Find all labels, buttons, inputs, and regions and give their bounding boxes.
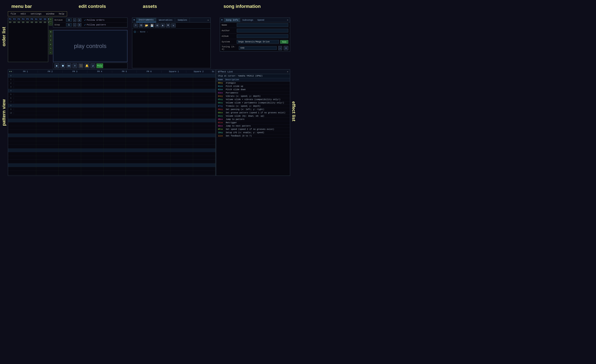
list-item[interactable]: 09xxSet groove pattern (speed 1 if no gr… <box>216 111 290 115</box>
poly-button[interactable]: Poly <box>97 64 103 68</box>
list-item[interactable]: 0FxxSet speed (speed 2 if no grooves exi… <box>216 128 290 131</box>
pattern-cell[interactable] <box>104 81 126 85</box>
pattern-row[interactable]: 4 <box>8 89 216 93</box>
pattern-cell[interactable] <box>59 163 81 167</box>
pattern-row[interactable]: 8 <box>8 104 216 108</box>
pattern-cell[interactable] <box>36 152 59 156</box>
move-down-button[interactable]: ▼ <box>166 23 170 28</box>
pattern-cell[interactable] <box>126 160 148 163</box>
pattern-cell[interactable] <box>171 89 193 93</box>
pattern-cell[interactable] <box>59 78 81 81</box>
pattern-row[interactable]: 1 <box>8 78 216 81</box>
pattern-cell[interactable] <box>59 104 81 108</box>
pattern-row[interactable] <box>8 175 216 176</box>
pattern-row[interactable]: 10 <box>8 111 216 115</box>
pattern-cell[interactable] <box>104 78 126 81</box>
pattern-cell[interactable] <box>81 96 104 100</box>
pattern-cell[interactable] <box>59 171 81 175</box>
pattern-cell[interactable] <box>148 137 171 141</box>
pattern-cell[interactable] <box>59 89 81 93</box>
pattern-cell[interactable] <box>148 89 171 93</box>
name-input[interactable] <box>237 23 288 27</box>
pattern-cell[interactable] <box>171 119 193 123</box>
pattern-cell[interactable] <box>193 167 216 171</box>
pattern-cell[interactable] <box>193 141 216 145</box>
pattern-cell[interactable] <box>59 141 81 145</box>
pattern-cell[interactable] <box>171 148 193 152</box>
album-input[interactable] <box>237 34 288 38</box>
pattern-cell[interactable] <box>14 123 36 126</box>
pattern-cell[interactable] <box>104 123 126 126</box>
pattern-cell[interactable] <box>81 134 104 137</box>
pattern-cell[interactable] <box>81 108 104 111</box>
pattern-cell[interactable] <box>36 111 59 115</box>
pattern-cell[interactable] <box>14 111 36 115</box>
effect-list-close-button[interactable]: ✕ <box>287 70 288 73</box>
pattern-cell[interactable] <box>148 160 171 163</box>
menu-settings[interactable]: settings <box>30 12 42 15</box>
pattern-cell[interactable] <box>14 167 36 171</box>
list-item[interactable]: 0CxxRetrigger <box>216 121 290 124</box>
pattern-cell[interactable] <box>148 156 171 160</box>
pattern-cell[interactable] <box>59 74 81 78</box>
octave-plus-button[interactable]: + <box>78 18 81 22</box>
pattern-cell[interactable] <box>148 111 171 115</box>
pattern-cell[interactable] <box>104 96 126 100</box>
pattern-cell[interactable] <box>148 123 171 126</box>
pattern-cell[interactable] <box>148 126 171 130</box>
pattern-cell[interactable] <box>126 141 148 145</box>
pattern-cell[interactable] <box>148 152 171 156</box>
pattern-cell[interactable] <box>126 96 148 100</box>
step-down-button[interactable]: ⬇ <box>72 64 77 68</box>
pattern-cell[interactable] <box>36 163 59 167</box>
pattern-cell[interactable] <box>193 111 216 115</box>
pattern-cell[interactable] <box>148 163 171 167</box>
pattern-cell[interactable] <box>36 160 59 163</box>
pattern-cell[interactable] <box>171 93 193 96</box>
pattern-cell[interactable] <box>126 119 148 123</box>
pattern-cell[interactable] <box>193 126 216 130</box>
pattern-cell[interactable] <box>104 93 126 96</box>
step-minus-button[interactable]: - <box>73 23 76 27</box>
tab-samples[interactable]: Samples <box>175 18 190 22</box>
menu-edit[interactable]: edit <box>20 12 27 15</box>
pattern-row[interactable] <box>8 126 216 130</box>
list-item[interactable]: 06xyVolume slide + portamento (compatibi… <box>216 101 290 105</box>
pattern-cell[interactable] <box>126 126 148 130</box>
pattern-cell[interactable] <box>193 123 216 126</box>
pattern-cell[interactable] <box>36 148 59 152</box>
pattern-row[interactable]: 5 <box>8 93 216 96</box>
tab-subsongs[interactable]: Subsongs <box>240 18 255 22</box>
pattern-cell[interactable] <box>81 175 104 176</box>
pattern-cell[interactable] <box>171 115 193 119</box>
down-icon[interactable]: ∨ <box>49 38 52 42</box>
pattern-cell[interactable] <box>193 104 216 108</box>
pattern-cell[interactable] <box>14 175 36 176</box>
pattern-cell[interactable] <box>148 74 171 78</box>
pattern-cell[interactable] <box>171 74 193 78</box>
skip-button[interactable]: ⏭ <box>67 64 71 68</box>
pattern-cell[interactable] <box>148 171 171 175</box>
pattern-cell[interactable] <box>36 171 59 175</box>
pattern-cell[interactable] <box>59 160 81 163</box>
pattern-cell[interactable] <box>104 163 126 167</box>
list-item[interactable]: 03xxPortamento <box>216 91 290 95</box>
pattern-cell[interactable] <box>81 126 104 130</box>
pattern-cell[interactable] <box>81 141 104 145</box>
pattern-cell[interactable] <box>81 85 104 89</box>
pattern-cell[interactable] <box>193 100 216 104</box>
pattern-cell[interactable] <box>14 104 36 108</box>
pattern-cell[interactable] <box>59 111 81 115</box>
pattern-cell[interactable] <box>14 89 36 93</box>
pattern-cell[interactable] <box>148 145 171 148</box>
pattern-cell[interactable] <box>126 78 148 81</box>
pattern-cell[interactable] <box>193 119 216 123</box>
double-down-icon[interactable]: ⇊ <box>49 42 52 46</box>
pattern-cell[interactable] <box>59 85 81 89</box>
pattern-cell[interactable] <box>126 104 148 108</box>
tab-speed[interactable]: Speed <box>255 18 266 22</box>
pattern-cell[interactable] <box>59 93 81 96</box>
pattern-cell[interactable] <box>81 100 104 104</box>
pattern-cell[interactable] <box>14 74 36 78</box>
pattern-cell[interactable] <box>193 175 216 176</box>
